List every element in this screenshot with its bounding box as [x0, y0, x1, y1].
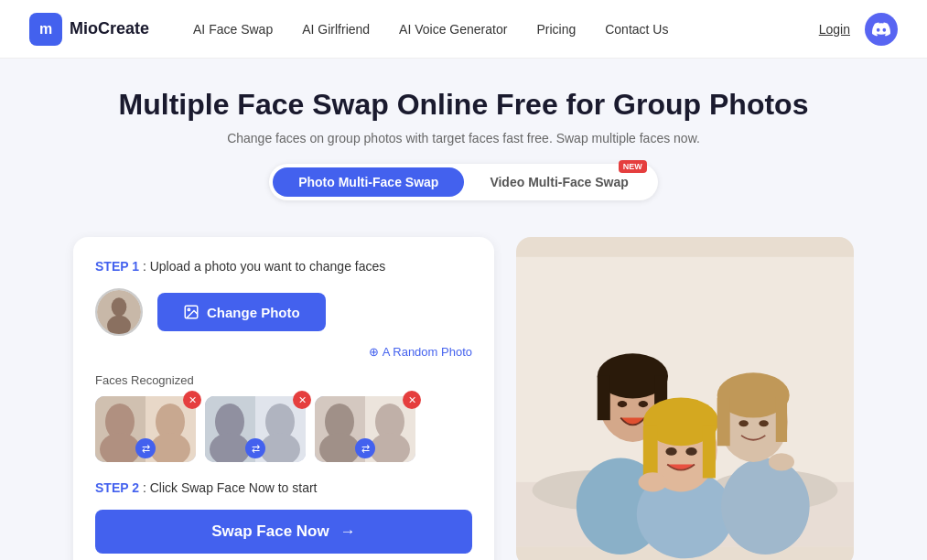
logo-icon: m: [29, 13, 62, 46]
step1-num: STEP 1: [95, 259, 139, 274]
random-photo-link[interactable]: ⊕ A Random Photo: [95, 345, 472, 359]
swap-btn-label: Swap Face Now: [211, 522, 329, 541]
faces-section: Faces Recognized: [95, 373, 472, 462]
main-content: STEP 1 : Upload a photo you want to chan…: [0, 237, 927, 560]
face-card-1: ⇄ ✕: [95, 396, 196, 462]
login-link[interactable]: Login: [819, 22, 850, 37]
change-photo-label: Change Photo: [207, 305, 300, 320]
svg-point-48: [759, 420, 769, 426]
svg-point-40: [685, 447, 696, 456]
face-swap-icon-1[interactable]: ⇄: [135, 438, 156, 458]
svg-point-32: [618, 401, 628, 407]
face-swap-icon-2[interactable]: ⇄: [245, 438, 265, 458]
face-remove-btn-2[interactable]: ✕: [293, 391, 311, 409]
face-remove-btn-3[interactable]: ✕: [403, 391, 421, 409]
nav-pricing[interactable]: Pricing: [536, 22, 576, 37]
faces-label: Faces Recognized: [95, 373, 472, 387]
tab-photo-multi-face-swap[interactable]: Photo Multi-Face Swap: [273, 167, 464, 197]
svg-rect-46: [776, 398, 787, 442]
navbar: m MioCreate AI Face Swap AI Girlfriend A…: [0, 0, 927, 59]
svg-rect-30: [598, 376, 610, 420]
hero-subtitle: Change faces on group photos with target…: [18, 131, 909, 145]
svg-rect-38: [703, 425, 716, 478]
uploaded-photo-thumb: [95, 288, 143, 336]
arrow-icon: →: [340, 522, 356, 541]
step2-section: STEP 2 : Click Swap Face Now to start Sw…: [95, 480, 472, 560]
step2-num: STEP 2: [95, 480, 139, 495]
random-photo-label: A Random Photo: [383, 345, 472, 359]
logo-area[interactable]: m MioCreate: [29, 13, 149, 46]
step1-label: STEP 1 : Upload a photo you want to chan…: [95, 259, 472, 274]
svg-point-42: [721, 458, 810, 555]
nav-contact-us[interactable]: Contact Us: [605, 22, 668, 37]
discord-icon[interactable]: [865, 13, 898, 46]
svg-point-41: [639, 472, 668, 491]
new-badge: NEW: [619, 160, 647, 173]
left-panel: STEP 1 : Upload a photo you want to chan…: [73, 237, 494, 560]
group-photo-display: [516, 237, 854, 560]
swap-face-now-button[interactable]: Swap Face Now →: [95, 510, 472, 554]
face-card-3: ⇄ ✕: [315, 396, 415, 462]
step1-text: : Upload a photo you want to change face…: [143, 259, 385, 274]
svg-point-47: [738, 420, 749, 426]
step2-text: : Click Swap Face Now to start: [143, 480, 318, 495]
nav-ai-voice-generator[interactable]: AI Voice Generator: [399, 22, 507, 37]
face-remove-btn-1[interactable]: ✕: [183, 391, 201, 409]
nav-right: Login: [819, 13, 898, 46]
svg-point-33: [639, 401, 649, 407]
upload-row: Change Photo: [95, 288, 472, 336]
hero-title: Multiple Face Swap Online Free for Group…: [18, 88, 909, 122]
svg-rect-45: [717, 398, 730, 447]
tabs-bar: Photo Multi-Face Swap NEW Video Multi-Fa…: [269, 164, 658, 200]
svg-point-49: [769, 453, 794, 470]
svg-point-1: [112, 297, 127, 316]
svg-point-39: [665, 447, 676, 456]
logo-text: MioCreate: [70, 19, 149, 38]
nav-ai-face-swap[interactable]: AI Face Swap: [193, 22, 273, 37]
face-swap-icon-3[interactable]: ⇄: [355, 438, 375, 458]
svg-point-4: [188, 308, 189, 310]
nav-links: AI Face Swap AI Girlfriend AI Voice Gene…: [193, 22, 819, 37]
hero-section: Multiple Face Swap Online Free for Group…: [0, 59, 927, 237]
step2-label: STEP 2 : Click Swap Face Now to start: [95, 480, 472, 495]
nav-ai-girlfriend[interactable]: AI Girlfriend: [302, 22, 370, 37]
faces-grid: ⇄ ✕: [95, 396, 472, 462]
change-photo-button[interactable]: Change Photo: [157, 293, 326, 331]
face-card-2: ⇄ ✕: [205, 396, 306, 462]
tab-video-wrapper: NEW Video Multi-Face Swap: [464, 167, 653, 197]
